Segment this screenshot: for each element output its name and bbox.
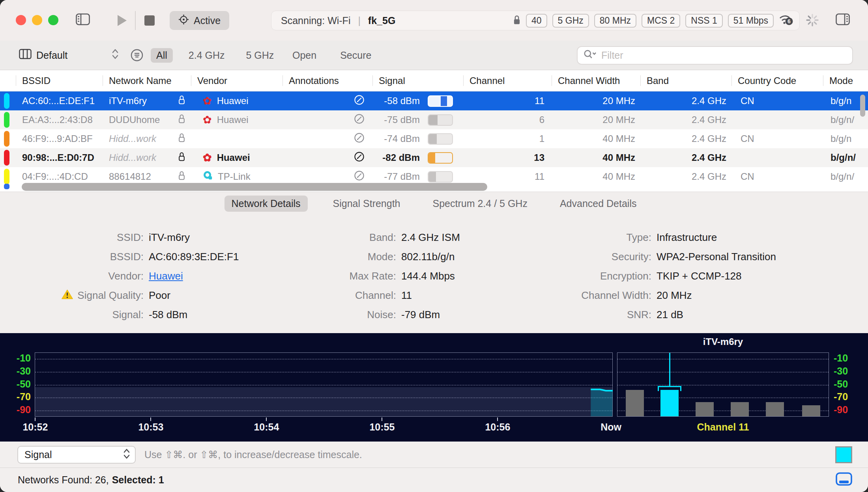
column-header-channel[interactable]: Channel bbox=[463, 70, 552, 91]
row-color-indicator bbox=[4, 93, 9, 109]
cell-country-code: CN bbox=[731, 129, 823, 148]
security-segment-open[interactable]: Open bbox=[287, 48, 322, 63]
signal-value: -82 dBm bbox=[372, 152, 420, 163]
cell-network-name: Hidd...work bbox=[103, 148, 191, 167]
network-name-label: Hidd...work bbox=[109, 152, 178, 163]
cell-channel: 11 bbox=[463, 91, 552, 110]
annotation-icon[interactable] bbox=[354, 95, 365, 108]
detail-value: 21 dB bbox=[657, 309, 683, 321]
scan-mode-button[interactable]: Active bbox=[170, 11, 229, 30]
lock-icon bbox=[178, 132, 185, 145]
cell-vendor bbox=[191, 129, 282, 148]
network-name-label: iTV-m6ry bbox=[109, 95, 178, 106]
x-tick-mark bbox=[150, 417, 151, 421]
view-preset-label: Default bbox=[36, 50, 67, 61]
detail-value: -58 dBm bbox=[149, 309, 187, 321]
column-header-band[interactable]: Band bbox=[640, 70, 731, 91]
cell-signal: -74 dBm bbox=[372, 129, 463, 148]
sidebar-right-toggle-icon[interactable] bbox=[836, 13, 850, 26]
detail-value[interactable]: Huawei bbox=[149, 270, 183, 282]
signal-level-bar bbox=[428, 152, 453, 164]
detail-value: TKIP + CCMP-128 bbox=[657, 270, 742, 282]
search-icon bbox=[583, 49, 597, 62]
close-window-button[interactable] bbox=[16, 15, 26, 25]
security-segment-secure[interactable]: Secure bbox=[335, 48, 377, 63]
column-header-signal[interactable]: Signal bbox=[372, 70, 463, 91]
detail-value: -79 dBm bbox=[401, 309, 440, 321]
cell-vendor: ✿Huawei bbox=[191, 91, 282, 110]
annotation-icon[interactable] bbox=[354, 132, 365, 145]
row-indicator bbox=[0, 167, 16, 186]
view-preset-select[interactable]: Default bbox=[19, 41, 119, 70]
bottom-panel-toggle-icon[interactable] bbox=[836, 472, 852, 488]
signal-value: -74 dBm bbox=[372, 133, 420, 144]
column-header-country-code[interactable]: Country Code bbox=[731, 70, 823, 91]
horizontal-scrollbar[interactable] bbox=[22, 183, 487, 191]
band-segment-5-ghz[interactable]: 5 GHz bbox=[241, 48, 280, 63]
details-tabs: Network DetailsSignal StrengthSpectrum 2… bbox=[0, 192, 868, 215]
filter-menu-icon[interactable] bbox=[130, 41, 144, 70]
table-row[interactable]: EA:A3:...2:43:D8DUDUhome✿Huawei-75 dBm62… bbox=[0, 110, 868, 129]
header-gutter bbox=[0, 70, 16, 91]
row-indicator bbox=[0, 91, 16, 110]
selected-count-text: Selected: 1 bbox=[112, 474, 164, 486]
stop-scan-icon[interactable] bbox=[144, 15, 155, 28]
zoom-window-button[interactable] bbox=[48, 15, 58, 25]
scan-status-separator: | bbox=[358, 15, 361, 26]
column-header-label: Signal bbox=[379, 75, 405, 86]
lock-icon bbox=[178, 151, 185, 164]
y-axis-label-right: -10 bbox=[834, 352, 865, 364]
gridline bbox=[35, 359, 612, 360]
minimize-window-button[interactable] bbox=[32, 15, 42, 25]
column-header-mode[interactable]: Mode bbox=[823, 70, 868, 91]
signal-level-bar bbox=[428, 95, 453, 107]
cell-network-name: DUDUhome bbox=[103, 110, 191, 129]
cell-signal: -75 dBm bbox=[372, 110, 463, 129]
filter-search-field[interactable] bbox=[577, 46, 853, 65]
vertical-scrollbar[interactable] bbox=[860, 95, 865, 117]
band-segment-all[interactable]: All bbox=[151, 48, 173, 63]
wifi6-icon: 6 bbox=[779, 13, 793, 28]
spinner-icon bbox=[805, 13, 820, 29]
target-icon bbox=[178, 14, 189, 27]
selected-network-marker bbox=[669, 353, 670, 386]
sidebar-left-toggle-icon[interactable] bbox=[76, 13, 90, 26]
play-scan-icon[interactable] bbox=[116, 14, 128, 28]
tab-advanced-details[interactable]: Advanced Details bbox=[553, 196, 644, 212]
cell-channel-width: 20 MHz bbox=[552, 91, 640, 110]
column-header-bssid[interactable]: BSSID bbox=[16, 70, 103, 91]
column-header-channel-width[interactable]: Channel Width bbox=[552, 70, 640, 91]
network-table: BSSIDNetwork NameVendorAnnotationsSignal… bbox=[0, 70, 868, 192]
column-header-annotations[interactable]: Annotations bbox=[282, 70, 372, 91]
detail-label-text: Max Rate: bbox=[350, 270, 397, 282]
x-tick-mark bbox=[497, 417, 498, 421]
graph-type-select[interactable]: Signal bbox=[17, 446, 136, 464]
selected-network-bracket bbox=[658, 386, 681, 391]
search-input[interactable] bbox=[600, 49, 847, 62]
status-bar: Networks Found: 26, Selected: 1 bbox=[0, 468, 868, 492]
detail-value: 144.4 Mbps bbox=[401, 270, 455, 282]
tab-spectrum-2-4-5-ghz[interactable]: Spectrum 2.4 / 5 GHz bbox=[426, 196, 535, 212]
annotation-icon[interactable] bbox=[354, 170, 365, 183]
annotation-icon[interactable] bbox=[354, 114, 365, 127]
signal-level-fill bbox=[428, 172, 436, 182]
x-tick-mark bbox=[266, 417, 267, 421]
detail-row: Max Rate:144.4 Mbps bbox=[278, 266, 460, 286]
lock-icon bbox=[178, 170, 185, 183]
column-header-label: Annotations bbox=[289, 75, 339, 86]
table-row[interactable]: AC:60:...E:DE:F1iTV-m6ry✿Huawei-58 dBm11… bbox=[0, 91, 868, 110]
annotation-icon[interactable] bbox=[354, 151, 365, 164]
cell-channel-width: 40 MHz bbox=[552, 167, 640, 186]
tab-signal-strength[interactable]: Signal Strength bbox=[326, 196, 408, 212]
column-header-vendor[interactable]: Vendor bbox=[191, 70, 282, 91]
detail-value: WPA2-Personal Transition bbox=[657, 251, 776, 263]
table-row[interactable]: 46:F9:...9:AD:BFHidd...work-74 dBm140 MH… bbox=[0, 129, 868, 148]
detail-label: Encryption: bbox=[534, 270, 651, 282]
band-segment-2-4-ghz[interactable]: 2.4 GHz bbox=[183, 48, 230, 63]
legend-color-swatch[interactable] bbox=[835, 446, 852, 463]
table-row[interactable]: 90:98:...E:D0:7DHidd...work✿Huawei-82 dB… bbox=[0, 148, 868, 167]
column-header-network-name[interactable]: Network Name bbox=[103, 70, 191, 91]
tab-network-details[interactable]: Network Details bbox=[224, 196, 308, 212]
details-col-3: Type:InfrastructureSecurity:WPA2-Persona… bbox=[534, 228, 776, 324]
detail-row: Encryption:TKIP + CCMP-128 bbox=[534, 266, 776, 286]
